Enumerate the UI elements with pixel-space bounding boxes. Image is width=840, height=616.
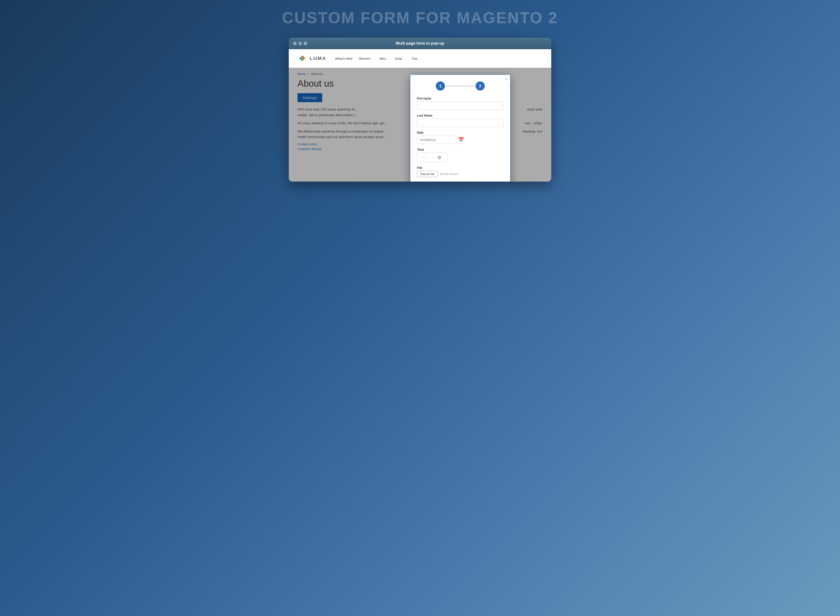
browser-dot-1: [293, 42, 297, 45]
step-line: [445, 86, 476, 87]
date-label: Date: [417, 131, 504, 134]
nav-item-men[interactable]: Men ⌄: [380, 57, 388, 60]
page-content: Home > About us About us Multipage With …: [289, 68, 551, 182]
time-input[interactable]: [420, 155, 442, 160]
first-name-group: Fist name: [417, 97, 504, 110]
nav-item-whats-new[interactable]: What's New: [335, 57, 353, 60]
hero-title: CUSTOM FORM FOR MAGENTO 2: [282, 9, 558, 27]
steps-indicator: 1 2: [417, 81, 504, 91]
time-input-container: [417, 153, 447, 162]
modal-container: × 1 2 Fis: [410, 74, 510, 182]
last-name-group: Last Name: [417, 114, 504, 127]
file-label: File: [417, 166, 504, 170]
luma-logo-icon: [298, 54, 307, 63]
browser-window: Multi page form in pop-up LUMA What's Ne…: [289, 38, 551, 182]
date-input[interactable]: [417, 136, 456, 144]
step-2-circle: 2: [476, 81, 485, 91]
nav-item-training[interactable]: Trai...: [412, 57, 420, 60]
file-section: Choose file No file chosen: [417, 171, 504, 177]
calendar-icon[interactable]: 📅: [458, 137, 464, 142]
choose-file-button[interactable]: Choose file: [417, 171, 438, 177]
browser-dots: [293, 42, 307, 45]
time-label: Time: [417, 148, 504, 151]
step-1-circle: 1: [436, 81, 445, 91]
no-file-text: No file chosen: [440, 172, 458, 176]
nav-items: What's New Women ⌄ Men ⌄ Gear ⌄ Trai...: [335, 57, 420, 60]
website-content: LUMA What's New Women ⌄ Men ⌄ Gear ⌄: [289, 49, 551, 182]
last-name-label: Last Name: [417, 114, 504, 117]
browser-chrome: Multi page form in pop-up: [289, 38, 551, 49]
browser-title: Multi page form in pop-up: [396, 41, 444, 46]
chevron-down-icon: ⌄: [403, 57, 405, 60]
luma-nav: LUMA What's New Women ⌄ Men ⌄ Gear ⌄: [289, 49, 551, 68]
nav-item-gear[interactable]: Gear ⌄: [395, 57, 405, 60]
file-group: File Choose file No file chosen: [417, 166, 504, 177]
time-group: Time: [417, 148, 504, 162]
first-name-label: Fist name: [417, 97, 504, 100]
browser-dot-3: [303, 42, 307, 45]
first-name-input[interactable]: [417, 101, 504, 110]
nav-item-women[interactable]: Women ⌄: [359, 57, 373, 60]
last-name-input[interactable]: [417, 119, 504, 127]
modal: × 1 2 Fis: [410, 74, 510, 182]
chevron-down-icon: ⌄: [387, 57, 388, 60]
multi-page-form: Fist name Last Name Date: [417, 97, 504, 182]
modal-close-button[interactable]: ×: [505, 78, 507, 81]
chevron-down-icon: ⌄: [371, 57, 373, 60]
luma-logo: LUMA: [298, 54, 326, 63]
date-group: Date 📅: [417, 131, 504, 144]
luma-logo-text: LUMA: [310, 56, 326, 61]
date-container: 📅: [417, 136, 504, 144]
browser-dot-2: [298, 42, 302, 45]
